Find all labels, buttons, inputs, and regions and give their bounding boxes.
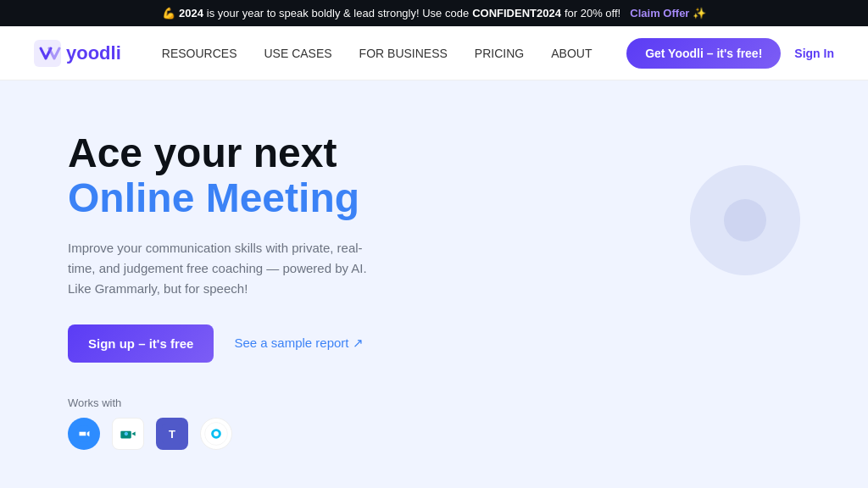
promo-banner: 💪 2024 is your year to speak boldly & le… bbox=[0, 0, 868, 26]
nav-links: RESOURCES USE CASES FOR BUSINESS PRICING… bbox=[162, 47, 599, 60]
svg-text:T: T bbox=[169, 428, 175, 441]
banner-emoji: 💪 bbox=[162, 7, 175, 19]
nav-link-for-business[interactable]: FOR BUSINESS bbox=[359, 47, 448, 60]
get-yoodli-button[interactable]: Get Yoodli – it's free! bbox=[626, 38, 781, 69]
banner-text2: for 20% off! bbox=[565, 7, 626, 19]
circle-decoration bbox=[690, 165, 800, 275]
hero-title-line2: Online Meeting bbox=[68, 176, 390, 221]
hero-title-line1: Ace your next bbox=[68, 131, 390, 176]
works-with-label: Works with bbox=[68, 396, 390, 409]
sample-report-link[interactable]: See a sample report ↗ bbox=[234, 336, 363, 351]
teams-icon: T bbox=[156, 418, 188, 450]
webex-icon bbox=[200, 418, 232, 450]
hero-decoration bbox=[690, 131, 800, 275]
hero-actions: Sign up – it's free See a sample report … bbox=[68, 324, 390, 363]
works-with-section: Works with bbox=[68, 396, 390, 450]
banner-code: CONFIDENT2024 bbox=[472, 7, 561, 19]
svg-point-7 bbox=[214, 431, 219, 436]
signup-button[interactable]: Sign up – it's free bbox=[68, 324, 214, 363]
nav-link-resources[interactable]: RESOURCES bbox=[162, 47, 237, 60]
hero-section: Ace your next Online Meeting Improve you… bbox=[0, 80, 868, 488]
nav-link-pricing[interactable]: PRICING bbox=[475, 47, 524, 60]
claim-offer-link[interactable]: Claim Offer ✨ bbox=[630, 7, 706, 19]
navbar: yoodli RESOURCES USE CASES FOR BUSINESS … bbox=[0, 26, 868, 80]
nav-link-use-cases[interactable]: USE CASES bbox=[264, 47, 331, 60]
zoom-icon bbox=[68, 418, 100, 450]
signin-link[interactable]: Sign In bbox=[794, 47, 834, 60]
banner-text1: is your year to speak boldly & lead stro… bbox=[207, 7, 469, 19]
nav-link-about[interactable]: ABOUT bbox=[551, 47, 592, 60]
circle-inner bbox=[724, 199, 766, 241]
integrations-list: T bbox=[68, 418, 390, 450]
nav-actions: Get Yoodli – it's free! Sign In bbox=[626, 38, 834, 69]
logo-text: yoodli bbox=[66, 42, 121, 64]
hero-description: Improve your communication skills with p… bbox=[68, 238, 390, 299]
logo[interactable]: yoodli bbox=[34, 40, 121, 67]
hero-content: Ace your next Online Meeting Improve you… bbox=[68, 131, 390, 450]
banner-year: 2024 bbox=[179, 7, 203, 19]
google-meet-icon bbox=[112, 418, 144, 450]
logo-icon bbox=[34, 40, 61, 67]
